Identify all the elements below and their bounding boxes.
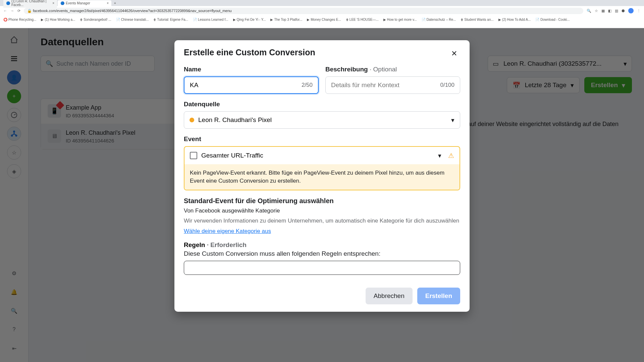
star-icon[interactable]: ☆ — [595, 9, 598, 13]
source-label: Datenquelle — [184, 101, 460, 108]
event-warning: Kein PageView-Event erkannt. Bitte füge … — [184, 164, 460, 190]
bookmark-item[interactable]: ⋕ Sonderangebot! ... — [80, 18, 111, 21]
bookmark-item[interactable]: 📄 Lessons Learned f... — [193, 18, 228, 21]
bookmark-item[interactable]: ▶ The Top 3 Platfor... — [270, 18, 302, 21]
cancel-button[interactable]: Abbrechen — [366, 288, 413, 304]
bookmark-bar: ⭕ Phone Recycling... ▶ (1) How Working a… — [0, 15, 644, 23]
event-label: Event — [184, 135, 460, 143]
browser-chrome: 🔵 (1) Leon R. Chaudhari | Faceb... × 🔵 E… — [0, 0, 644, 28]
desc-label: Beschreibung · Optional — [325, 66, 460, 73]
url-input[interactable]: 🔒 facebook.com/events_manager2/list/pixe… — [24, 8, 583, 14]
bookmark-item[interactable]: ⭕ Phone Recycling... — [3, 18, 36, 21]
bookmark-item[interactable]: 📄 Download - Cooki... — [535, 18, 570, 21]
tab-title: (1) Leon R. Chaudhari | Faceb... — [11, 0, 51, 7]
optimization-subtitle: Von Facebook ausgewählte Kategorie — [184, 207, 460, 214]
tab-bar: 🔵 (1) Leon R. Chaudhari | Faceb... × 🔵 E… — [0, 0, 644, 6]
name-counter: 2/50 — [302, 82, 313, 88]
name-field[interactable] — [190, 81, 302, 89]
bookmark-item[interactable]: ▶ How to get more v... — [383, 18, 417, 21]
back-icon[interactable]: ← — [3, 9, 7, 13]
desc-counter: 0/100 — [440, 82, 454, 88]
chevron-down-icon: ▾ — [438, 152, 441, 160]
status-dot-icon — [190, 118, 194, 122]
profile-icon[interactable] — [628, 8, 634, 13]
app-content: 👤 + ☆ ◈ ⚙ 🔔 🔍 ? ⇤ Datenquellen 🔍 Suche n… — [0, 28, 644, 362]
menu-icon[interactable]: ⋮ — [637, 9, 641, 13]
tab-title: Events Manager — [66, 1, 90, 5]
source-value: Leon R. Chaudhari's Pixel — [198, 116, 272, 124]
optimization-desc: Wir verwenden Informationen zu deinem Un… — [184, 217, 460, 225]
desc-input[interactable]: 0/100 — [325, 76, 460, 94]
warning-icon: ⚠ — [448, 152, 454, 160]
bookmark-item[interactable]: ▶ Qing Fei De Yi - Y... — [233, 18, 266, 21]
browser-tab[interactable]: 🔵 (1) Leon R. Chaudhari | Faceb... × — [3, 0, 57, 8]
tab-favicon: 🔵 — [6, 1, 10, 5]
rules-desc: Diese Custom Conversion muss allen folge… — [184, 250, 460, 257]
name-input[interactable]: 2/50 — [184, 76, 319, 94]
bookmark-item[interactable]: ⋕ Tutorial: Eigene Fa... — [153, 18, 188, 21]
desc-field[interactable] — [331, 81, 440, 89]
create-button[interactable]: Erstellen — [417, 288, 460, 304]
event-icon — [190, 152, 197, 159]
chevron-down-icon: ▾ — [451, 116, 454, 124]
rules-label: Regeln · Erforderlich — [184, 241, 460, 249]
bookmark-item[interactable]: 📄 Datenschutz – Re... — [422, 18, 456, 21]
source-selector[interactable]: Leon R. Chaudhari's Pixel ▾ — [184, 111, 460, 129]
choose-category-link[interactable]: Wähle deine eigene Kategorie aus — [184, 228, 271, 234]
new-tab-button[interactable]: + — [112, 1, 118, 6]
close-icon[interactable]: × — [107, 1, 109, 5]
extension-icon[interactable]: ◧ — [608, 9, 611, 13]
optimization-title: Standard-Event für die Optimierung auswä… — [184, 197, 460, 205]
bookmark-item[interactable]: 📄 Chinese translati... — [116, 18, 149, 21]
close-icon[interactable]: × — [52, 1, 54, 5]
modal-overlay: Erstelle eine Custom Conversion ✕ Name 2… — [0, 28, 644, 362]
zoom-icon[interactable]: 🔍 — [587, 9, 591, 13]
bookmark-item[interactable]: ⋕ Student Wants an... — [461, 18, 493, 21]
url-text: facebook.com/events_manager2/list/pixel/… — [33, 9, 232, 13]
event-selector-wrap: Gesamter URL-Traffic ▾ ⚠ Kein PageView-E… — [184, 146, 460, 190]
facebook-icon[interactable]: ▦ — [601, 9, 605, 13]
browser-tab-active[interactable]: 🔵 Events Manager × — [58, 0, 111, 6]
extension-icon[interactable]: ⬢ — [622, 9, 625, 13]
close-button[interactable]: ✕ — [448, 48, 460, 60]
bookmark-item[interactable]: ▶ (1) How Working a... — [41, 18, 75, 21]
event-selector[interactable]: Gesamter URL-Traffic ▾ ⚠ — [184, 147, 460, 164]
forward-icon[interactable]: → — [10, 9, 14, 13]
address-bar: ← → ⟳ 🔒 facebook.com/events_manager2/lis… — [0, 6, 644, 15]
bookmark-item[interactable]: ▶ Money Changes E... — [307, 18, 341, 21]
bookmark-item[interactable]: ▶ (2) How To Add A... — [498, 18, 531, 21]
bookmark-item[interactable]: ⋕ LEE 'S HOUSE—... — [346, 18, 379, 21]
modal-title: Erstelle eine Custom Conversion — [184, 48, 315, 60]
reload-icon[interactable]: ⟳ — [17, 9, 20, 13]
tab-favicon: 🔵 — [60, 1, 64, 5]
rules-container[interactable] — [184, 261, 460, 275]
event-value: Gesamter URL-Traffic — [201, 152, 263, 159]
extension-icon[interactable]: ▥ — [615, 9, 618, 13]
custom-conversion-modal: Erstelle eine Custom Conversion ✕ Name 2… — [174, 40, 470, 312]
name-label: Name — [184, 66, 319, 73]
